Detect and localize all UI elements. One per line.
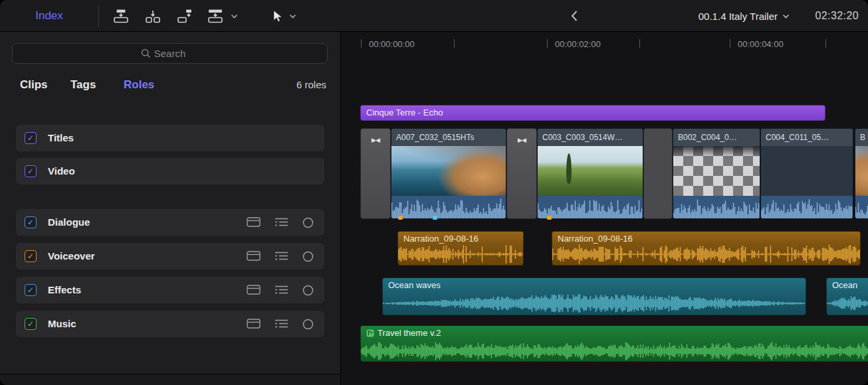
audio-clip-ocean-waves[interactable]: Ocean waves [382,277,806,315]
video-clip[interactable]: A007_C032_0515HTs [391,128,506,219]
show-audio-lanes-button[interactable] [247,285,261,295]
clip-name: Ocean [827,278,868,292]
timecode-display: 02:32:20 [815,0,859,32]
video-clip[interactable]: B002_C004_0… [673,128,760,219]
thumbnail-detail [566,153,572,185]
role-row-video[interactable]: ✓ Video [16,158,324,185]
subrole-lines-icon [274,217,288,227]
keyword-marker[interactable] [547,216,552,220]
role-label: Dialogue [48,209,90,236]
audio-clip-music-theme[interactable]: Travel theme v.2 [360,325,868,362]
ruler-tick [639,39,640,48]
title-clip[interactable]: Cinque Terre - Echo [360,105,825,121]
focus-circle-icon [302,319,314,330]
music-checkbox[interactable]: ✓ [25,318,37,330]
clip-audio [538,196,643,218]
clip-name: C004_C011_05… [761,129,853,146]
show-subroles-button[interactable] [274,251,288,261]
transition-clip[interactable]: ▶◀ [360,128,391,219]
append-icon [177,9,193,23]
role-row-titles[interactable]: ✓ Titles [16,125,324,151]
video-clip[interactable]: C003_C003_0514W… [537,128,643,219]
role-row-effects[interactable]: ✓ Effects [16,277,324,303]
clip-name: B002_C004_0… [673,129,760,146]
primary-storyline: ▶◀ A007_C032_0515HTs ▶◀ C003_C003_0514W… [341,128,868,221]
waveform [538,196,643,218]
focus-role-button[interactable] [302,251,314,262]
clip-thumbnail [855,146,868,196]
clip-name: Narration_09-08-16 [552,232,860,246]
search-input[interactable] [13,44,327,63]
tab-clips[interactable]: Clips [20,74,48,96]
transition-clip[interactable]: ▶◀ [506,128,537,219]
waveform [673,196,760,218]
audio-lanes-icon [247,285,261,295]
append-edit-button[interactable] [173,0,197,32]
focus-circle-icon [302,285,314,296]
chevron-down-icon [782,14,790,19]
waveform [398,244,523,265]
show-subroles-button[interactable] [274,319,288,329]
show-audio-lanes-button[interactable] [247,217,261,227]
video-clip[interactable]: B [855,128,868,219]
project-name: 00.1.4 Italy Trailer [699,11,778,22]
waveform [383,292,806,315]
voiceover-checkbox[interactable]: ✓ [25,250,37,262]
roles-count: 6 roles [296,74,326,96]
tab-roles[interactable]: Roles [124,74,154,96]
ruler-tick [454,39,455,48]
show-subroles-button[interactable] [274,217,288,227]
focus-role-button[interactable] [302,319,314,330]
focus-role-button[interactable] [302,285,314,296]
transition-icon: ▶◀ [372,137,380,143]
role-label: Voiceover [48,243,95,270]
index-panel-footer [0,374,340,385]
overwrite-icon [207,9,223,23]
keyword-marker[interactable] [433,216,437,220]
role-row-dialogue[interactable]: ✓ Dialogue [16,209,324,236]
pointer-icon [272,10,282,23]
previous-project-button[interactable] [570,0,578,32]
gap-clip[interactable] [643,128,673,219]
show-subroles-button[interactable] [274,285,288,295]
search-field[interactable] [12,43,328,64]
audio-lanes-icon [247,217,261,227]
ruler-timecode: 00:00:00:00 [369,39,415,49]
focus-role-button[interactable] [302,217,314,228]
role-row-music[interactable]: ✓ Music [16,311,324,337]
dialogue-checkbox[interactable]: ✓ [25,216,37,228]
effects-checkbox[interactable]: ✓ [25,284,37,296]
ruler-timecode: 00:00:02:00 [555,39,601,49]
show-audio-lanes-button[interactable] [247,319,261,329]
video-clip[interactable]: C004_C011_05… [760,128,853,219]
timeline[interactable]: 00:00:00:00 00:00:02:00 00:00:04:00 Cinq… [341,32,868,385]
titles-checkbox[interactable]: ✓ [25,132,37,144]
video-checkbox[interactable]: ✓ [25,165,37,177]
audio-clip-ocean-waves[interactable]: Ocean [826,277,868,315]
clip-name: A007_C032_0515HTs [391,129,506,146]
chevron-down-icon [289,14,296,19]
waveform [827,292,868,315]
audio-clip-narration[interactable]: Narration_09-08-16 [397,231,524,266]
role-label: Effects [48,277,81,303]
show-audio-lanes-button[interactable] [247,251,261,261]
clip-name: C003_C003_0514W… [538,129,643,146]
overwrite-edit-button[interactable] [203,0,227,32]
search-icon [141,48,151,58]
waveform [761,196,853,218]
keyword-marker[interactable] [398,216,403,220]
tool-menu-chevron[interactable] [287,0,298,32]
connect-edit-button[interactable] [109,0,133,32]
index-toggle-button[interactable]: Index [0,0,98,32]
waveform [855,196,868,218]
tab-tags[interactable]: Tags [70,74,96,96]
insert-edit-button[interactable] [141,0,165,32]
role-row-voiceover[interactable]: ✓ Voiceover [16,243,324,270]
audio-clip-narration[interactable]: Narration_09-08-16 [552,231,861,266]
clip-audio [391,196,506,218]
project-switcher[interactable]: 00.1.4 Italy Trailer [699,0,790,32]
select-tool-button[interactable] [269,0,286,32]
subrole-lines-icon [274,319,288,329]
audio-lanes-icon [247,319,261,329]
edit-options-chevron[interactable] [229,0,239,32]
